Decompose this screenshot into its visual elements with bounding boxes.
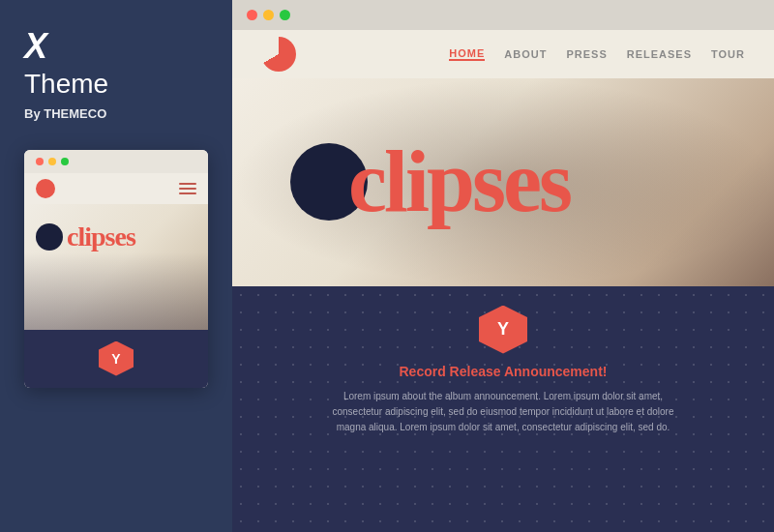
browser-dot-red xyxy=(247,10,257,20)
nav-link-releases[interactable]: RELEASES xyxy=(627,48,692,60)
sidebar: X Theme By THEMECO clipses xyxy=(0,0,232,532)
browser-dot-green xyxy=(280,10,290,20)
sidebar-title: Theme xyxy=(24,68,108,101)
sidebar-author: By THEMECO xyxy=(24,106,106,121)
desktop-nav: HOME ABOUT PRESS RELEASES TOUR xyxy=(232,30,774,78)
main-content: HOME ABOUT PRESS RELEASES TOUR clipses Y… xyxy=(232,0,774,532)
author-by-label: By xyxy=(24,106,41,121)
sidebar-logo: X xyxy=(24,29,47,64)
mobile-dot-green xyxy=(61,158,69,165)
nav-link-about[interactable]: ABOUT xyxy=(504,48,547,60)
desktop-hex-icon: Y xyxy=(479,306,527,354)
mobile-preview-header xyxy=(24,150,208,173)
desktop-hero: clipses xyxy=(232,78,774,286)
nav-link-press[interactable]: PRESS xyxy=(566,48,607,60)
browser-chrome xyxy=(232,0,774,30)
nav-link-home[interactable]: HOME xyxy=(449,47,485,61)
desktop-announcement-text: Lorem ipsum about the album announcement… xyxy=(329,389,677,435)
desktop-lower-section: Y Record Release Announcement! Lorem ips… xyxy=(232,286,774,533)
mobile-nav xyxy=(24,173,208,204)
desktop-nav-links: HOME ABOUT PRESS RELEASES TOUR xyxy=(449,47,745,61)
mobile-hero-bg-overlay xyxy=(24,252,208,330)
mobile-dot-red xyxy=(36,158,44,165)
desktop-nav-logo xyxy=(261,37,296,72)
mobile-dot-yellow xyxy=(48,158,56,165)
mobile-footer-section: Y xyxy=(24,330,208,388)
mobile-preview-card: clipses Y xyxy=(24,150,208,388)
mobile-hero: clipses xyxy=(24,204,208,330)
nav-link-tour[interactable]: TOUR xyxy=(711,48,745,60)
browser-dot-yellow xyxy=(263,10,274,20)
author-name: THEMECO xyxy=(44,106,106,121)
mobile-hex-icon: Y xyxy=(99,341,134,376)
desktop-hero-title: clipses xyxy=(232,138,570,225)
desktop-announcement-title: Record Release Announcement! xyxy=(400,364,608,379)
mobile-nav-logo xyxy=(36,179,55,198)
mobile-hero-title: clipses xyxy=(36,223,196,251)
desktop-preview: HOME ABOUT PRESS RELEASES TOUR clipses Y… xyxy=(232,30,774,532)
hamburger-icon xyxy=(179,183,196,194)
